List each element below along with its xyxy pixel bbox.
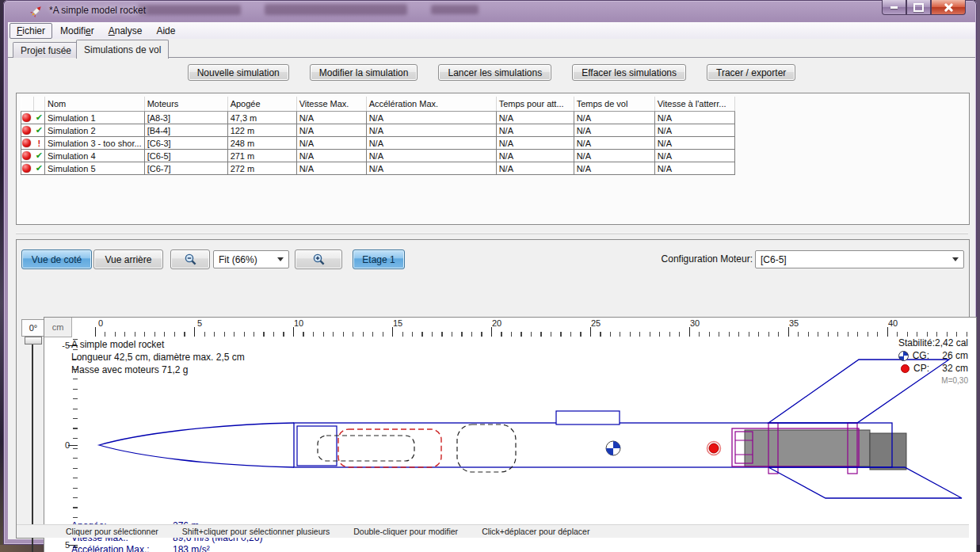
chevron-down-icon	[952, 257, 959, 261]
table-row[interactable]: ✔ Simulation 1[A8-3] 47,3 mN/A N/AN/A N/…	[21, 112, 735, 124]
simulation-actions: Nouvelle simulation Modifier la simulati…	[8, 64, 975, 81]
hint-bar: Cliquer pour sélectionner Shift+cliquer …	[17, 524, 969, 538]
screen: *A simple model rocket Fichier Modifier …	[0, 0, 980, 552]
menu-aide[interactable]: Aide	[150, 24, 181, 38]
close-icon	[944, 3, 953, 12]
maximize-icon	[913, 3, 924, 12]
hint-drag: Click+déplacer pour déplacer	[482, 527, 589, 536]
stability-value: Stabilité:2,42 cal	[898, 337, 968, 349]
side-view-button[interactable]: Vue de coté	[21, 249, 92, 269]
motor-configuration-select[interactable]: [C6-5]	[755, 250, 964, 268]
minimize-icon	[890, 6, 898, 9]
minimize-button[interactable]	[882, 0, 906, 15]
close-button[interactable]	[931, 0, 966, 15]
simulations-panel: Nom Moteurs Apogée Vitesse Max. Accéléra…	[16, 93, 970, 225]
col-vitesse-max[interactable]: Vitesse Max.	[296, 97, 366, 112]
status-flag-icon: !	[34, 137, 45, 150]
col-acceleration-max[interactable]: Accélération Max.	[366, 97, 496, 112]
menubar: Fichier Modifier Analyse Aide	[8, 22, 975, 40]
glass-reflection	[265, 4, 407, 15]
amax-label: Accélération Max.:	[71, 544, 173, 552]
status-flag-icon: ✔	[34, 150, 45, 162]
parachute-dashed[interactable]	[457, 424, 516, 472]
menu-modifier[interactable]: Modifier	[54, 24, 101, 38]
stage-1-button[interactable]: Etage 1	[353, 249, 405, 269]
back-view-button[interactable]: Vue arrière	[93, 249, 163, 269]
hint-select: Cliquer pour sélectionner	[66, 527, 158, 536]
window-title: *A simple model rocket	[49, 5, 146, 16]
col-temps-apogee[interactable]: Temps pour att...	[496, 97, 574, 112]
application-window: *A simple model rocket Fichier Modifier …	[3, 0, 977, 545]
rocket-info: A simple model rocket Longueur 42,5 cm, …	[71, 338, 245, 376]
rocket-canvas[interactable]: cm 0 5 10 15 20 25 30 35 40 -5 0 5	[44, 317, 977, 552]
new-simulation-button[interactable]: Nouvelle simulation	[188, 64, 289, 81]
selected-component-dashed[interactable]	[338, 429, 441, 467]
edit-simulation-button[interactable]: Modifier la simulation	[310, 64, 418, 81]
client-area: Projet fusée Simulations de vol Nouvelle…	[8, 39, 975, 539]
plot-export-button[interactable]: Tracer / exporter	[707, 64, 795, 81]
panel-splitter[interactable]	[16, 232, 968, 234]
cp-marker	[707, 442, 721, 455]
cg-marker	[606, 441, 620, 455]
status-ball-icon	[22, 113, 31, 122]
menu-analyse[interactable]: Analyse	[102, 24, 149, 38]
zoom-level-select[interactable]: Fit (66%)	[213, 250, 289, 268]
col-nom[interactable]: Nom	[45, 97, 145, 112]
nose-cone[interactable]	[99, 423, 294, 467]
shock-cord-dashed[interactable]	[318, 436, 414, 461]
cp-icon	[901, 364, 909, 373]
view-toolbar: Vue de coté Vue arrière Fit (66%)	[17, 240, 969, 273]
cp-value: 32 cm	[933, 362, 968, 375]
rocket-mass: Masse avec moteurs 71,2 g	[71, 364, 245, 376]
status-ball-icon	[22, 151, 31, 160]
table-row[interactable]: ✔ Simulation 5[C6-7] 272 mN/A N/AN/A N/A…	[21, 162, 735, 175]
table-header-row: Nom Moteurs Apogée Vitesse Max. Accéléra…	[21, 97, 735, 112]
motor-configuration-label: Configuration Moteur:	[662, 253, 753, 265]
table-row[interactable]: ! Simulation 3 - too shor...[C6-3] 248 m…	[21, 137, 735, 150]
col-temps-de-vol[interactable]: Temps de vol	[574, 97, 654, 112]
status-flag-icon: ✔	[34, 124, 45, 137]
cg-label: CG:	[913, 349, 929, 362]
nose-shoulder[interactable]	[297, 426, 337, 466]
magnifier-plus-icon	[312, 253, 326, 266]
rocket-view-panel: Vue de coté Vue arrière Fit (66%)	[16, 239, 970, 539]
zoom-out-button[interactable]	[170, 249, 210, 269]
hint-edit: Double-cliquer pour modifier	[353, 527, 458, 536]
menu-fichier[interactable]: Fichier	[10, 23, 52, 39]
status-ball-icon	[22, 126, 31, 135]
amax-value: 183 m/s²	[173, 544, 210, 552]
tab-projet-fusee[interactable]: Projet fusée	[13, 42, 79, 58]
fin-bottom[interactable]	[768, 467, 962, 498]
cg-icon	[898, 351, 909, 361]
launch-lug[interactable]	[556, 411, 620, 424]
magnifier-minus-icon	[184, 253, 197, 266]
tab-simulations-de-vol[interactable]: Simulations de vol	[76, 40, 169, 59]
col-moteurs[interactable]: Moteurs	[144, 97, 227, 112]
table-row[interactable]: ✔ Simulation 4[C6-5] 271 mN/A N/AN/A N/A…	[21, 150, 735, 162]
rotation-slider-handle[interactable]	[25, 337, 42, 345]
maximize-button[interactable]	[906, 0, 931, 15]
motor-casing[interactable]	[745, 430, 870, 466]
col-apogee[interactable]: Apogée	[227, 97, 296, 112]
cg-value: 26 cm	[933, 349, 968, 362]
status-flag-icon: ✔	[34, 162, 45, 175]
stability-block: Stabilité:2,42 cal CG: 26 cm CP: 32 cm M…	[898, 337, 968, 387]
rocket-app-icon	[30, 5, 43, 17]
chevron-down-icon	[277, 257, 284, 261]
titlebar[interactable]: *A simple model rocket	[3, 0, 977, 22]
hint-multi-select: Shift+cliquer pour sélectionner plusieur…	[182, 527, 330, 536]
table-row[interactable]: ✔ Simulation 2[B4-4] 122 mN/A N/AN/A N/A…	[21, 124, 735, 137]
cg-row: CG: 26 cm	[898, 349, 968, 362]
status-flag-icon: ✔	[34, 112, 45, 124]
simulations-table: Nom Moteurs Apogée Vitesse Max. Accéléra…	[21, 97, 735, 175]
motor-overhang	[870, 433, 906, 470]
zoom-in-button[interactable]	[295, 249, 342, 269]
col-vitesse-atterrissage[interactable]: Vitesse à l'atterr...	[654, 97, 734, 112]
cp-label: CP:	[913, 362, 929, 375]
run-simulations-button[interactable]: Lancer les simulations	[438, 64, 551, 81]
rocket-dimensions: Longueur 42,5 cm, diamètre max. 2,5 cm	[71, 351, 245, 364]
rocket-name: A simple model rocket	[71, 338, 245, 351]
status-ball-icon	[22, 139, 31, 147]
delete-simulations-button[interactable]: Effacer les simulations	[572, 64, 686, 81]
rotation-angle-value: 0°	[21, 319, 45, 337]
